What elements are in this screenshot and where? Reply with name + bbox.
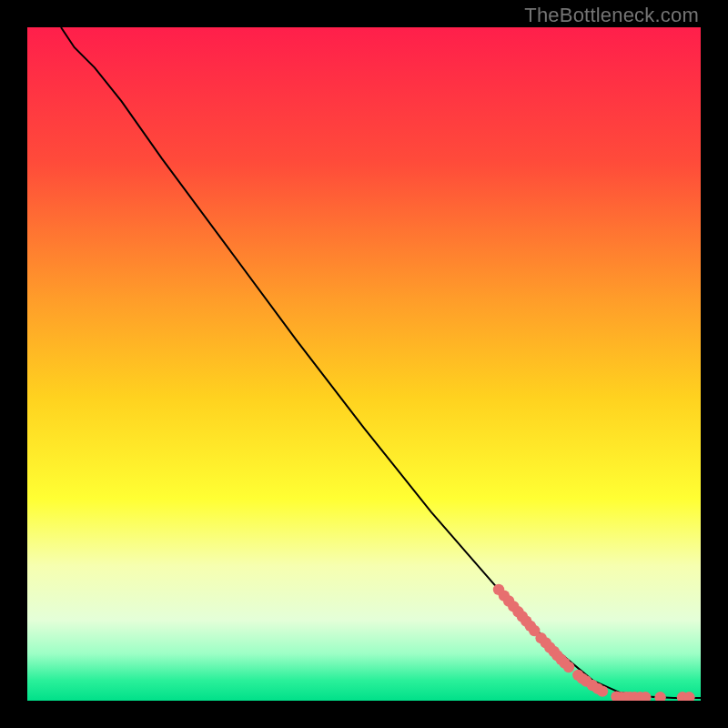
chart-svg [27,27,701,701]
gradient-background [27,27,701,701]
sample-point [597,685,608,696]
attribution-text: TheBottleneck.com [524,4,699,27]
chart-frame [27,27,701,701]
sample-point [563,662,574,672]
